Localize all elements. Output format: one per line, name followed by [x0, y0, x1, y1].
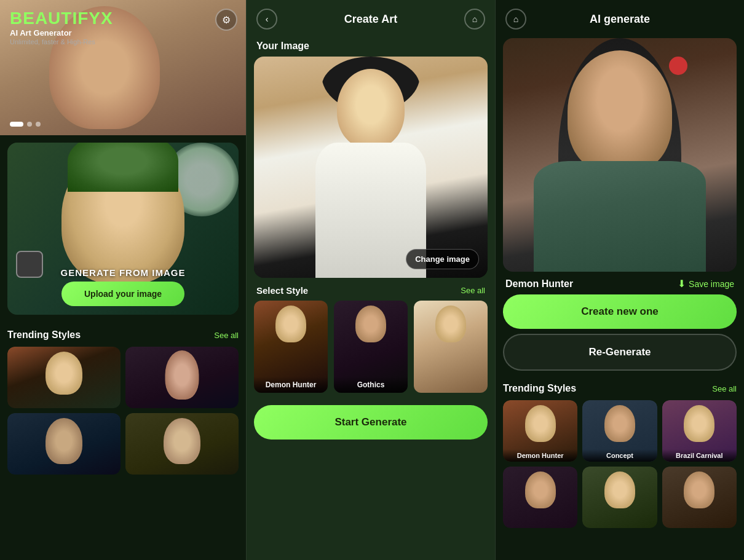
list-item[interactable]: Concept: [582, 400, 657, 462]
anime-preview-face: [61, 149, 184, 284]
middle-panel: ‹ Create Art ⌂ Your Image Change image S…: [246, 0, 496, 560]
settings-icon[interactable]: ⚙: [215, 9, 237, 31]
rt-label-1: Demon Hunter: [503, 449, 577, 462]
style-card-angel: [125, 413, 239, 475]
list-item[interactable]: [662, 467, 737, 528]
list-item[interactable]: Brazil Carnival: [662, 400, 737, 462]
rt-mini-face-3: [684, 405, 714, 442]
rt-mini-face-1: [525, 405, 556, 442]
rt-mini-face-4: [525, 471, 556, 508]
rt-mini-face-2: [604, 405, 635, 442]
rt-label-2: Concept: [582, 449, 657, 462]
generate-bg: GENERATE FROM IMAGE Upload your image: [7, 143, 239, 315]
list-item[interactable]: [7, 347, 121, 408]
right-trending-section: Trending Styles See all Demon Hunter Con…: [496, 378, 744, 560]
create-new-button[interactable]: Create new one: [503, 294, 737, 329]
style-gothics[interactable]: Gothics: [334, 301, 408, 393]
upload-image-button[interactable]: Upload your image: [61, 282, 184, 306]
logo-area: BEAUTIFYX AI Art Generator Unlimited, fa…: [10, 10, 113, 45]
list-item[interactable]: [125, 347, 239, 408]
uploaded-image-preview: [254, 57, 488, 278]
select-style-header: Select Style See all: [247, 278, 495, 301]
middle-header: ‹ Create Art ⌂: [247, 0, 495, 38]
your-image-label: Your Image: [247, 38, 495, 57]
right-title: AI generate: [590, 13, 650, 26]
trending-title: Trending Styles: [7, 329, 81, 341]
result-face: [568, 50, 672, 173]
regenerate-button[interactable]: Re-Generate: [503, 334, 737, 371]
list-item[interactable]: [503, 467, 577, 528]
save-image-button[interactable]: ⬇ Save image: [678, 278, 734, 290]
result-image-preview: [503, 38, 737, 272]
result-image-area: [503, 38, 737, 272]
style-third-img: [414, 301, 488, 393]
list-item[interactable]: [7, 413, 121, 475]
generate-label: GENERATE FROM IMAGE: [7, 267, 239, 278]
trending-section: Trending Styles See all: [0, 322, 246, 475]
right-home-button[interactable]: ⌂: [505, 9, 526, 30]
select-style-title: Select Style: [256, 285, 308, 296]
rt-mini-face-6: [684, 471, 714, 508]
start-generate-button[interactable]: Start Generate: [254, 405, 488, 440]
rt-card-img-5: [582, 467, 657, 528]
style-goth-label: Gothics: [334, 377, 408, 393]
result-style-name: Demon Hunter: [505, 278, 573, 290]
rt-card-img-2: Concept: [582, 400, 657, 462]
style-card-goth: [125, 347, 239, 408]
generate-section: GENERATE FROM IMAGE Upload your image: [7, 143, 239, 315]
rt-card-img-1: Demon Hunter: [503, 400, 577, 462]
carousel-dots: [10, 122, 41, 127]
save-image-label: Save image: [689, 279, 734, 289]
rt-mini-face-5: [604, 471, 635, 508]
list-item[interactable]: [125, 413, 239, 475]
style-third[interactable]: [414, 301, 488, 393]
right-trending-header: Trending Styles See all: [503, 383, 737, 394]
right-trending-grid: Demon Hunter Concept Brazil Carnival: [503, 400, 737, 528]
style-demon-hunter[interactable]: Demon Hunter: [254, 301, 328, 393]
rt-card-img-4: [503, 467, 577, 528]
goth-mini-face: [355, 306, 386, 342]
app-tagline: AI Art Generator: [10, 28, 113, 37]
rt-card-img-6: [662, 467, 737, 528]
app-description: Unlimited, faster & High-Res: [10, 38, 113, 45]
demon-mini-face: [275, 306, 306, 342]
download-icon: ⬇: [678, 278, 686, 290]
style-card-warrior: [7, 413, 121, 475]
styles-row: Demon Hunter Gothics: [247, 301, 495, 400]
result-kimono: [534, 161, 706, 272]
third-mini-face: [435, 306, 466, 342]
trending-header: Trending Styles See all: [7, 329, 239, 341]
dot-2[interactable]: [27, 122, 32, 127]
rt-card-img-3: Brazil Carnival: [662, 400, 737, 462]
rt-label-3: Brazil Carnival: [662, 449, 737, 462]
home-button[interactable]: ⌂: [464, 9, 485, 30]
middle-title: Create Art: [344, 13, 397, 26]
trending-grid: [7, 347, 239, 475]
change-image-button[interactable]: Change image: [406, 249, 479, 269]
list-item[interactable]: Demon Hunter: [503, 400, 577, 462]
trending-see-all[interactable]: See all: [214, 331, 239, 340]
dot-3[interactable]: [36, 122, 41, 127]
back-button[interactable]: ‹: [256, 9, 277, 30]
right-trending-title: Trending Styles: [503, 383, 576, 394]
result-info-row: Demon Hunter ⬇ Save image: [496, 272, 744, 294]
list-item[interactable]: [582, 467, 657, 528]
hero-banner: BEAUTIFYX AI Art Generator Unlimited, fa…: [0, 0, 246, 135]
app-name: BEAUTIFYX: [10, 10, 113, 27]
style-demon-label: Demon Hunter: [254, 377, 328, 393]
style-card-anime: [7, 347, 121, 408]
dot-1[interactable]: [10, 122, 23, 127]
right-panel: ⌂ AI generate Demon Hunter ⬇ Save image …: [496, 0, 744, 560]
image-upload-area: Change image: [254, 57, 488, 278]
result-hair-decoration: [669, 57, 687, 75]
right-see-all[interactable]: See all: [712, 384, 737, 393]
style-see-all[interactable]: See all: [461, 286, 485, 295]
left-panel: BEAUTIFYX AI Art Generator Unlimited, fa…: [0, 0, 246, 560]
nun-face: [337, 69, 405, 149]
right-header: ⌂ AI generate: [496, 0, 744, 38]
